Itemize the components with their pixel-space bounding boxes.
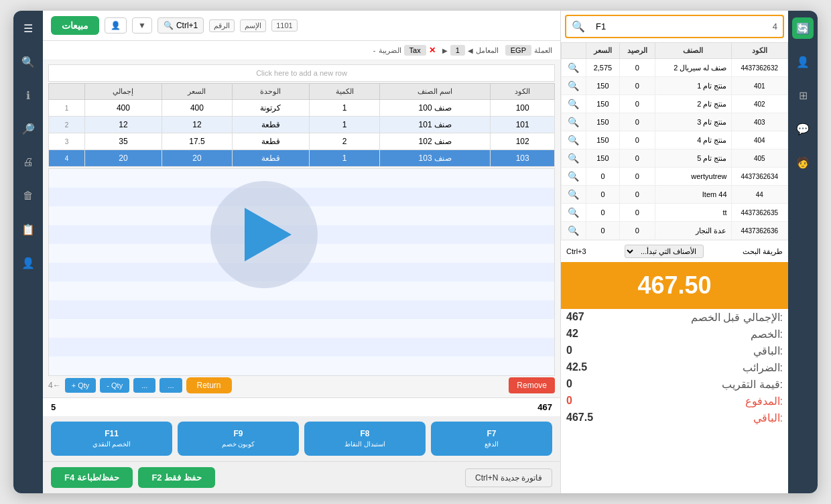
right-sidebar-grid-icon[interactable]: ⊞ [792,84,814,106]
prod-name: wertyutrew [655,168,731,186]
save-only-button[interactable]: حفظ فقط F2 [138,467,214,488]
product-row[interactable]: 4437362636 عدة النجار 0 0 🔍 [562,222,788,240]
dropdown-icon-btn[interactable]: ▼ [132,17,152,34]
col-name: اسم الصنف [380,84,491,100]
field-name: الإسم [240,19,266,32]
prod-balance: 0 [619,149,655,168]
summary-paid-value: 0 [566,395,572,407]
table-row[interactable]: 100 صنف 100 1 كرتونة 400 400 1 [49,100,555,117]
prod-search-btn[interactable]: 🔍 [562,186,586,204]
prod-search-icon[interactable]: 🔍 [568,117,579,127]
prod-search-btn[interactable]: 🔍 [562,113,586,131]
prod-search-icon[interactable]: 🔍 [568,171,579,182]
mult-left-arrow[interactable]: ◀ [468,47,473,54]
product-row[interactable]: 402 منتج تام 2 0 150 🔍 [562,95,788,113]
total-amount-value: 467.50 [637,271,711,299]
fkey-f11[interactable]: F11 الخصم النقدي [51,422,172,456]
right-sidebar-sync-icon[interactable]: 🔄 [792,17,814,39]
product-search-box[interactable]: 🔍 4 [565,15,784,38]
summary-rest-value: 467.5 [566,412,593,424]
product-row[interactable]: 401 منتج تام 1 0 150 🔍 [562,77,788,95]
cell-code: 102 [491,133,555,150]
table-row[interactable]: 101 صنف 101 1 قطعة 12 12 2 [49,117,555,133]
summary-section: 467 الإجمالي قبل الخصم: 42 الخصم: 0 البا… [561,309,788,426]
cell-code: 101 [491,117,555,133]
product-col-price: السعر [586,43,619,59]
prod-search-icon[interactable]: 🔍 [568,153,579,164]
qty-minus-button[interactable]: Qty - [100,378,129,393]
sidebar-user-icon[interactable]: 👤 [17,252,39,273]
search-bar[interactable]: 🔍 Ctrl+1 [157,17,204,34]
prod-code: 44 [731,186,788,204]
right-sidebar-user-icon[interactable]: 👤 [792,51,814,72]
fkey-f8[interactable]: F8 استبدال النقاط [304,422,426,456]
prod-code: 4437362632 [731,59,788,77]
prod-search-icon[interactable]: 🔍 [568,189,579,200]
remove-button[interactable]: Remove [509,377,555,393]
prod-search-icon[interactable]: 🔍 [568,80,579,91]
product-row[interactable]: 404 منتج تام 4 0 150 🔍 [562,131,788,149]
tax-remove-icon[interactable]: ✕ [429,46,436,55]
qty-plus-button[interactable]: Qty + [65,378,97,393]
prod-search-btn[interactable]: 🔍 [562,168,586,186]
prod-name: tt [655,204,731,222]
prod-search-icon[interactable]: 🔍 [568,207,579,218]
prod-price: 150 [586,113,619,131]
prod-search-icon[interactable]: 🔍 [568,62,579,73]
product-row[interactable]: 4437362634 wertyutrew 0 0 🔍 [562,168,788,186]
cell-qty: 1 [309,100,379,117]
sidebar-find-icon[interactable]: 🔎 [17,118,39,139]
prod-code: 402 [731,95,788,113]
prod-search-btn[interactable]: 🔍 [562,204,586,222]
prod-search-btn[interactable]: 🔍 [562,131,586,149]
prod-search-btn[interactable]: 🔍 [562,59,586,77]
product-row[interactable]: 403 منتج تام 3 0 150 🔍 [562,113,788,131]
new-invoice-button[interactable]: فاتورة جديدة Ctrl+N [465,468,552,487]
fkey-f7[interactable]: F7 الدفع [431,422,552,456]
play-button[interactable] [210,181,318,288]
right-sidebar-person-icon[interactable]: 🧑 [792,151,814,173]
product-row[interactable]: 44 Item 44 0 0 🔍 [562,186,788,204]
product-search-input[interactable] [590,17,767,36]
return-button[interactable]: Return [186,377,232,393]
prod-search-icon[interactable]: 🔍 [568,99,579,109]
sidebar-list-icon[interactable]: 📋 [17,218,39,240]
table-row[interactable]: 102 صنف 102 2 قطعة 17.5 35 3 [49,133,555,150]
product-row[interactable]: 4437362632 صنف له سيريال 2 0 2,575 🔍 [562,59,788,77]
sidebar-print-icon[interactable]: 🖨 [17,151,39,173]
sidebar-info-icon[interactable]: ℹ [17,84,39,106]
prod-code: 4437362635 [731,204,788,222]
prod-search-btn[interactable]: 🔍 [562,77,586,95]
mult-right-arrow[interactable]: ▶ [442,47,448,54]
user-icon-btn[interactable]: 👤 [105,17,127,34]
table-row[interactable]: 103 صنف 103 1 قطعة 20 20 4 [49,150,555,167]
prod-search-icon[interactable]: 🔍 [568,135,579,145]
total-amount-bar: 467.50 [561,262,788,309]
right-sidebar-chat-icon[interactable]: 💬 [792,118,814,139]
cell-price: 17.5 [162,133,232,150]
cell-rownum: 2 [49,117,85,133]
search-type-select[interactable]: الأصناف التي تبدأ... [625,245,704,258]
sidebar-search-icon[interactable]: 🔍 [17,51,39,72]
action-button-1[interactable]: ... [159,378,182,393]
product-row[interactable]: 4437362635 tt 0 0 🔍 [562,204,788,222]
cell-rownum: 3 [49,133,85,150]
sidebar-menu-icon[interactable]: ☰ [17,17,39,39]
add-row-hint[interactable]: Click here to add a new row [48,64,555,82]
action-button-2[interactable]: ... [133,378,155,393]
prod-search-icon[interactable]: 🔍 [568,225,579,236]
prod-price: 0 [586,222,619,240]
col-total: إجمالي [85,84,162,100]
prod-name: منتج تام 3 [655,113,731,131]
search-type-label: طريقة البحث [743,247,783,256]
sales-button[interactable]: مبيعات [51,16,99,35]
search-type-row: طريقة البحث الأصناف التي تبدأ... Ctrl+3 [561,240,788,262]
prod-search-btn[interactable]: 🔍 [562,149,586,168]
sidebar-delete-icon[interactable]: 🗑 [17,185,39,206]
product-row[interactable]: 405 منتج تام 5 0 150 🔍 [562,149,788,168]
prod-search-btn[interactable]: 🔍 [562,95,586,113]
cell-name: صنف 100 [380,100,491,117]
fkey-f9[interactable]: F9 كوبون خصم [178,422,299,456]
prod-search-btn[interactable]: 🔍 [562,222,586,240]
save-print-button[interactable]: حفظ/طباعة F4 [51,467,133,488]
